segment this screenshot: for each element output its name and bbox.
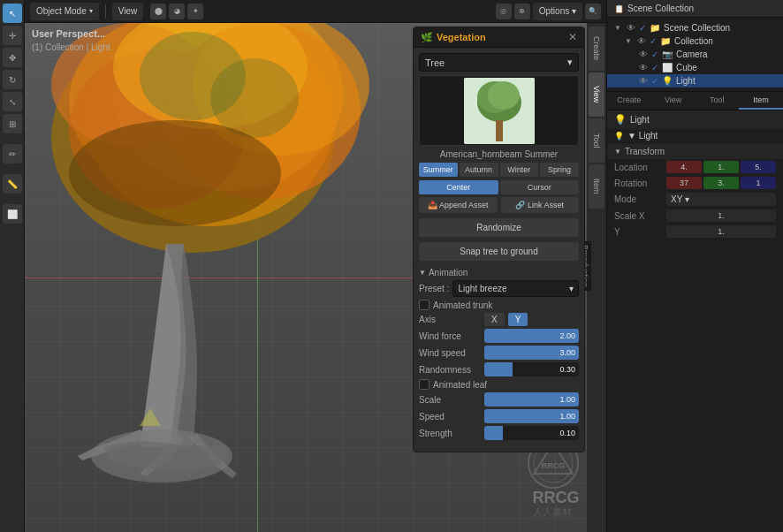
wind-force-slider[interactable]: 2.00 (484, 329, 579, 343)
link-asset-button[interactable]: 🔗 Link Asset (501, 197, 580, 213)
rotation-z-input[interactable]: 1 (741, 177, 776, 189)
wind-force-value: 2.00 (559, 331, 575, 340)
wind-force-row: Wind force 2.00 (419, 329, 579, 343)
transform-arrow-icon: ▼ (614, 148, 621, 156)
tree-visualization (25, 23, 422, 483)
wind-speed-slider[interactable]: 3.00 (484, 346, 579, 360)
location-z-input[interactable]: 5. (741, 161, 776, 173)
view-menu-button[interactable]: View (112, 3, 144, 20)
camera-item[interactable]: 👁 ✓ 📷 Camera (607, 48, 783, 61)
measure-icon[interactable]: 📏 (3, 174, 22, 194)
location-row: Location 4. 1. 5. (607, 159, 783, 175)
check-icon-light: ✓ (651, 76, 658, 86)
strength-slider[interactable]: 0.10 (484, 426, 579, 440)
scale-tool-icon[interactable]: ⤡ (3, 92, 22, 111)
select-tool-icon[interactable]: ↖ (3, 4, 22, 23)
axis-x-button[interactable]: X (484, 313, 505, 326)
rotate-tool-icon[interactable]: ↻ (3, 70, 22, 89)
scale-y-input-row: 1. (666, 225, 776, 238)
season-autumn-tab[interactable]: Autumn (460, 163, 498, 177)
location-xyz: 4. 1. 5. (666, 161, 776, 173)
tool-prop-tab[interactable]: Tool (696, 92, 740, 110)
axis-label: Axis (419, 315, 481, 324)
wind-speed-row: Wind speed 3.00 (419, 346, 579, 360)
rotation-y-input[interactable]: 3. (703, 177, 739, 189)
top-bar: Object Mode ▾ View ⬤ ◕ ✦ ◎ ⊕ Options ▾ 🔍 (25, 0, 606, 23)
collection-item[interactable]: ▼ 👁 ✓ 📁 Collection (607, 34, 783, 48)
viewport-shading-material-icon[interactable]: ◕ (169, 4, 185, 19)
location-label: Location (614, 163, 663, 172)
location-x-input[interactable]: 4. (666, 161, 702, 173)
transform-tool-icon[interactable]: ⊞ (3, 114, 22, 133)
cube-item[interactable]: 👁 ✓ ⬜ Cube (607, 61, 783, 74)
check-icon-collection: ✓ (650, 36, 657, 46)
viewport-overlay-icon[interactable]: ◎ (496, 4, 512, 19)
cube-label: Cube (676, 63, 697, 72)
object-header: 💡 Light (607, 110, 783, 129)
season-summer-tab[interactable]: Summer (419, 163, 458, 177)
randomness-slider[interactable]: 0.30 (484, 362, 579, 376)
vegetation-scroll-area[interactable]: Tree ▾ American_h (414, 48, 584, 452)
annotate-icon[interactable]: ✏ (3, 144, 22, 163)
collection-arrow: ▼ (625, 37, 634, 45)
viewport-area: Object Mode ▾ View ⬤ ◕ ✦ ◎ ⊕ Options ▾ 🔍 (25, 0, 606, 532)
eye-icon-light: 👁 (639, 76, 648, 86)
append-asset-button[interactable]: 📥 Append Asset (419, 197, 498, 213)
light-item[interactable]: 👁 ✓ 💡 Light (607, 74, 783, 87)
search-icon[interactable]: 🔍 (585, 4, 601, 19)
tree-name-label: American_hornbeam Summer (419, 149, 579, 159)
view-tab[interactable]: View (589, 72, 604, 117)
randomness-value: 0.30 (559, 365, 575, 374)
scene-tree: ▼ 👁 ✓ 📁 Scene Collection ▼ 👁 ✓ 📁 Collect… (607, 18, 783, 91)
transform-label: Transform (625, 147, 665, 156)
transform-section-header[interactable]: ▼ Transform (607, 144, 783, 159)
top-bar-separator (105, 4, 106, 19)
location-y-input[interactable]: 1. (703, 161, 739, 173)
randomize-button[interactable]: Randomize (419, 218, 579, 237)
scale-slider[interactable]: 1.00 (484, 392, 579, 407)
viewport-shading-rendered-icon[interactable]: ✦ (187, 4, 203, 19)
snap-to-ground-button[interactable]: Snap tree to ground (419, 242, 579, 261)
dropdown-arrow-icon: ▾ (567, 57, 573, 68)
tree-thumbnail-image (464, 78, 535, 144)
item-tab[interactable]: Item (589, 164, 604, 209)
object-mode-button[interactable]: Object Mode ▾ (30, 3, 99, 20)
vegetation-type-dropdown[interactable]: Tree ▾ (419, 53, 579, 72)
scene-collection-arrow: ▼ (614, 24, 623, 32)
move-tool-icon[interactable]: ✥ (3, 48, 22, 67)
add-cube-icon[interactable]: ⬜ (3, 204, 22, 224)
create-prop-tab[interactable]: Create (607, 92, 651, 110)
tool-tab[interactable]: Tool (589, 118, 604, 163)
animated-trunk-row: Animated trunk (419, 300, 579, 310)
object-data-header: 💡 ▼ Light (607, 129, 783, 144)
mode-select[interactable]: XY ▾ (666, 193, 776, 206)
collection-folder-icon: 📁 (660, 36, 671, 46)
create-tab[interactable]: Create (589, 27, 604, 71)
scene-collection-item[interactable]: ▼ 👁 ✓ 📁 Scene Collection (607, 21, 783, 34)
scale-x-input[interactable]: 1. (666, 209, 776, 222)
season-winter-tab[interactable]: Winter (500, 163, 539, 177)
animated-trunk-checkbox[interactable] (419, 300, 430, 310)
right-panel: 📋 Scene Collection ▼ 👁 ✓ 📁 Scene Collect… (606, 0, 783, 532)
mode-row: Mode XY ▾ (607, 191, 783, 208)
gizmo-icon[interactable]: ⊕ (514, 4, 530, 19)
speed-slider[interactable]: 1.00 (484, 409, 579, 423)
scale-y-input[interactable]: 1. (666, 225, 776, 238)
preset-dropdown[interactable]: Light breeze ▾ (452, 280, 579, 297)
season-spring-tab[interactable]: Spring (540, 163, 579, 177)
view-prop-tab[interactable]: View (651, 92, 696, 110)
cursor-tool-icon[interactable]: ✛ (3, 26, 22, 45)
rotation-x-input[interactable]: 37 (666, 177, 702, 189)
axis-y-button[interactable]: Y (508, 313, 528, 326)
animated-leaf-checkbox[interactable] (419, 379, 430, 390)
speed-label: Speed (419, 412, 481, 422)
strength-value: 0.10 (559, 429, 575, 437)
placement-center-tab[interactable]: Center (419, 180, 498, 194)
options-button[interactable]: Options ▾ (533, 3, 582, 20)
vegetation-close-button[interactable]: ✕ (568, 31, 577, 43)
item-prop-tab[interactable]: Item (739, 92, 783, 110)
scale-x-label: Scale X (614, 211, 663, 221)
placement-cursor-tab[interactable]: Cursor (500, 180, 580, 194)
object-data-name: ▼ Light (627, 131, 658, 141)
viewport-shading-solid-icon[interactable]: ⬤ (150, 4, 166, 19)
